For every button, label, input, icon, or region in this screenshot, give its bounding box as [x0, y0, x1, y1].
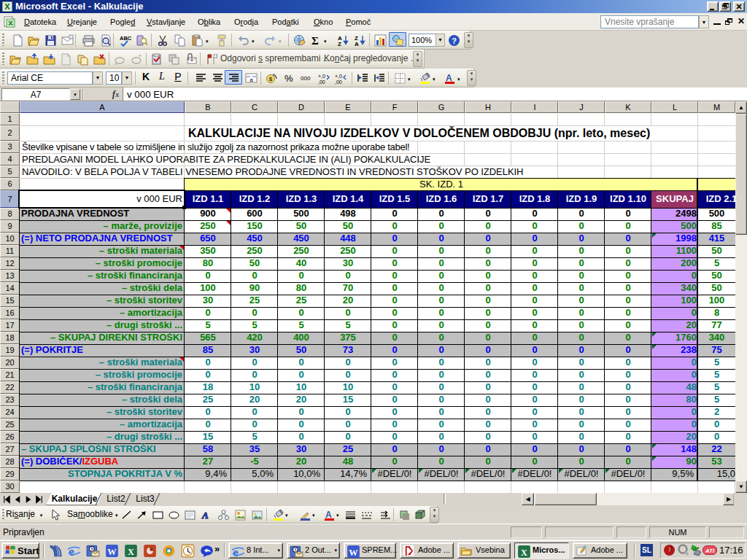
svg-text:?: ?: [452, 36, 457, 45]
svg-text:W: W: [349, 548, 358, 558]
svg-text:X: X: [521, 548, 527, 558]
svg-text:e: e: [69, 545, 74, 558]
svg-text:X: X: [4, 2, 10, 11]
svg-text:e: e: [233, 545, 238, 559]
svg-text:%: %: [285, 73, 293, 84]
svg-text:A: A: [446, 73, 452, 83]
svg-text:Z: Z: [338, 41, 341, 47]
svg-text:Σ: Σ: [311, 35, 319, 47]
svg-text:a: a: [249, 77, 253, 83]
svg-text:,00: ,00: [318, 79, 325, 85]
svg-text:+,0: +,0: [318, 74, 325, 79]
svg-text:000: 000: [301, 75, 311, 82]
svg-text:,00: ,00: [335, 79, 342, 85]
svg-text:A: A: [325, 510, 332, 520]
svg-text:X: X: [128, 547, 134, 557]
svg-text:+,0: +,0: [335, 74, 342, 79]
svg-text:W: W: [107, 547, 117, 557]
svg-text:ABC: ABC: [120, 35, 131, 42]
svg-text:A: A: [355, 41, 359, 47]
svg-text:X: X: [8, 20, 12, 27]
svg-text:A: A: [201, 510, 209, 521]
svg-text:$: $: [269, 76, 273, 82]
